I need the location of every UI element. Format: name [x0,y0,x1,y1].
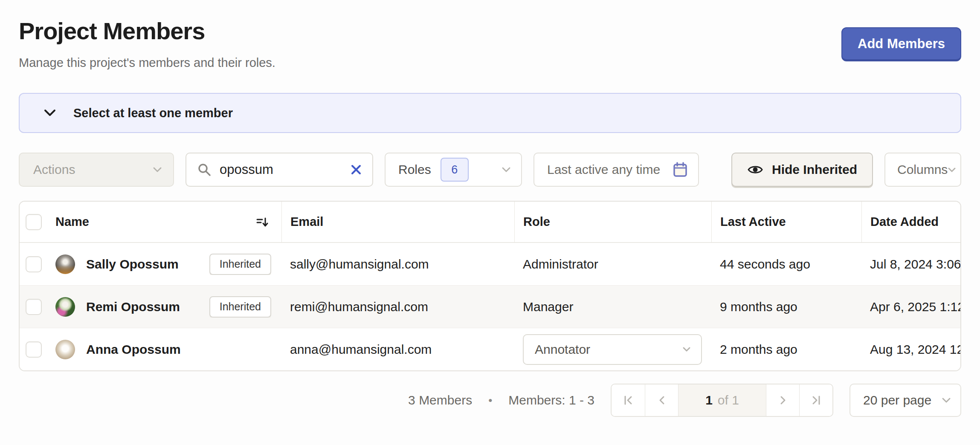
members-total: 3 Members [408,393,472,407]
member-email: sally@humansignal.com [281,257,514,272]
selection-banner-text: Select at least one member [73,106,233,120]
search-icon [197,163,211,176]
calendar-icon [673,162,688,178]
page-subtitle: Manage this project's members and their … [19,56,275,70]
inherited-badge: Inherited [209,296,271,318]
member-role: Manager [514,300,711,314]
chevron-down-icon [153,167,162,173]
members-table: Name Email Role Last Active Date Added S… [19,201,961,371]
add-members-button[interactable]: Add Members [841,27,961,61]
member-role: Administrator [514,257,711,272]
members-range: Members: 1 - 3 [508,393,594,407]
chevron-down-icon[interactable] [43,109,56,117]
sort-descending-icon[interactable] [256,216,269,228]
roles-filter-label: Roles [398,162,431,177]
member-last-active: 44 seconds ago [711,257,861,272]
chevron-down-icon [942,397,951,403]
table-row: Sally Opossum Inherited sally@humansigna… [20,243,960,285]
member-date-added: Jul 8, 2024 3:06 PM [861,257,960,272]
header-email[interactable]: Email [281,202,514,242]
page-title-block: Project Members Manage this project's me… [19,17,275,70]
next-page-button[interactable] [766,384,799,416]
page-title: Project Members [19,17,275,45]
selection-banner[interactable]: Select at least one member [19,93,961,133]
table-row: Remi Opossum Inherited remi@humansignal.… [20,285,960,328]
pagination: 1 of 1 [611,384,833,417]
previous-page-button[interactable] [645,384,678,416]
current-page: 1 [705,393,713,407]
table-footer: 3 Members • Members: 1 - 3 1 of 1 20 per… [19,383,961,417]
header-last-active[interactable]: Last Active [711,202,861,242]
member-email: remi@humansignal.com [281,300,514,314]
chevron-down-icon [682,347,691,352]
clear-search-icon[interactable] [350,164,362,176]
page-indicator: 1 of 1 [678,384,766,416]
header-date-added[interactable]: Date Added [861,202,960,242]
row-checkbox[interactable] [26,299,42,315]
member-date-added: Aug 13, 2024 12:16 PM [861,342,960,357]
avatar [55,297,75,317]
toolbar: Actions Roles 6 Last active any time Hid… [19,153,961,187]
role-select[interactable]: Annotator [523,334,702,365]
chevron-down-icon [948,167,956,173]
per-page-dropdown[interactable]: 20 per page [850,384,961,417]
header-name-label: Name [55,215,89,229]
search-box [186,153,373,187]
separator-dot: • [488,394,492,407]
avatar [55,340,75,359]
eye-icon [747,164,763,176]
hide-inherited-toggle[interactable]: Hide Inherited [731,153,873,187]
header-name[interactable]: Name [48,202,281,242]
member-date-added: Apr 6, 2025 1:12 PM [861,300,960,314]
chevron-down-icon [502,167,511,173]
inherited-badge: Inherited [209,254,271,275]
first-page-button[interactable] [612,384,645,416]
per-page-label: 20 per page [863,393,931,407]
page-count: of 1 [718,393,739,407]
roles-filter-dropdown[interactable]: Roles 6 [385,153,522,187]
member-last-active: 9 months ago [711,300,861,314]
hide-inherited-label: Hide Inherited [772,162,857,177]
last-active-filter[interactable]: Last active any time [533,153,699,187]
last-page-button[interactable] [799,384,832,416]
select-all-checkbox[interactable] [26,214,42,230]
member-email: anna@humansignal.com [281,342,514,357]
role-select-value: Annotator [535,342,590,357]
last-active-filter-label: Last active any time [547,162,660,177]
search-input[interactable] [220,162,350,177]
page-header: Project Members Manage this project's me… [19,17,961,70]
header-checkbox-cell [20,202,48,242]
member-name: Remi Opossum [86,300,180,314]
row-checkbox[interactable] [26,256,42,272]
columns-dropdown[interactable]: Columns [884,153,961,187]
columns-dropdown-label: Columns [897,162,948,177]
member-last-active: 2 months ago [711,342,861,357]
table-row: Anna Opossum anna@humansignal.com Annota… [20,328,960,370]
actions-dropdown[interactable]: Actions [19,153,174,187]
header-role[interactable]: Role [514,202,711,242]
actions-dropdown-label: Actions [33,162,75,177]
member-name: Sally Opossum [86,257,179,272]
row-checkbox[interactable] [26,341,42,358]
roles-count-badge: 6 [441,158,469,182]
table-header-row: Name Email Role Last Active Date Added [20,202,960,243]
avatar [55,254,75,274]
member-name: Anna Opossum [86,342,181,357]
